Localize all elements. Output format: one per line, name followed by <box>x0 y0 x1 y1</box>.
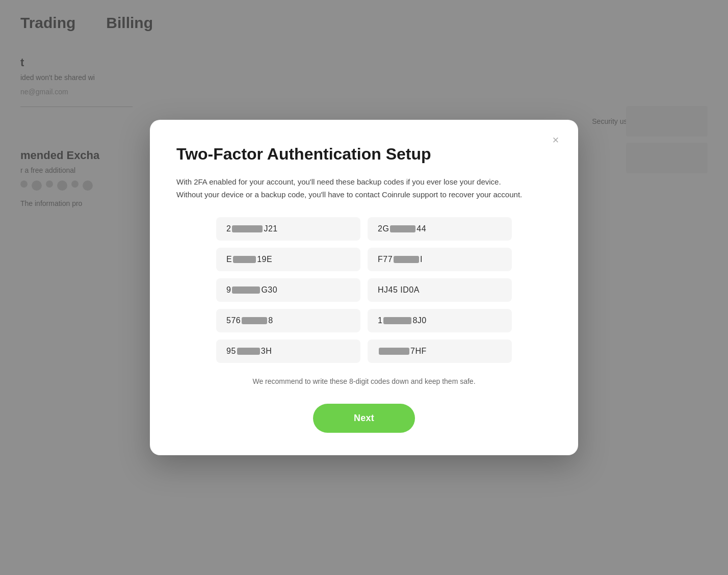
code-suffix: 8J0 <box>412 316 426 325</box>
code-redacted <box>383 317 411 324</box>
code-suffix: 3H <box>261 347 272 356</box>
backup-codes-grid: 2 J21 2G 44 E 19E F77 I 9 <box>216 217 512 363</box>
code-redacted <box>233 256 256 263</box>
backup-code-5: 9 G30 <box>216 278 360 302</box>
backup-code-1: 2 J21 <box>216 217 360 241</box>
code-suffix: J21 <box>264 224 277 233</box>
code-suffix: 8 <box>268 316 273 325</box>
code-prefix: E <box>226 255 232 264</box>
backup-code-2: 2G 44 <box>368 217 512 241</box>
close-button[interactable]: × <box>548 132 564 148</box>
code-suffix: 44 <box>417 224 426 233</box>
code-prefix: 95 <box>226 347 236 356</box>
code-prefix: 9 <box>226 285 231 295</box>
backup-code-6: HJ45 ID0A <box>368 278 512 302</box>
2fa-setup-modal: × Two-Factor Authentication Setup With 2… <box>150 120 578 456</box>
code-prefix: F77 <box>378 255 393 264</box>
code-redacted <box>237 348 260 355</box>
code-redacted <box>394 256 419 263</box>
code-text: HJ45 ID0A <box>378 285 420 295</box>
modal-note: We recommend to write these 8-digit code… <box>176 377 552 385</box>
code-redacted <box>242 317 267 324</box>
modal-description: With 2FA enabled for your account, you'l… <box>176 176 523 201</box>
code-suffix: 19E <box>257 255 272 264</box>
backup-code-10: 7HF <box>368 339 512 363</box>
code-redacted <box>232 225 263 232</box>
code-prefix: 576 <box>226 316 241 325</box>
backup-code-9: 95 3H <box>216 339 360 363</box>
backup-code-3: E 19E <box>216 248 360 271</box>
modal-overlay: × Two-Factor Authentication Setup With 2… <box>0 0 728 575</box>
modal-title: Two-Factor Authentication Setup <box>176 144 552 164</box>
next-button[interactable]: Next <box>313 404 415 433</box>
code-prefix: 2G <box>378 224 389 233</box>
backup-code-7: 576 8 <box>216 309 360 332</box>
code-prefix: 2 <box>226 224 231 233</box>
backup-code-4: F77 I <box>368 248 512 271</box>
backup-code-8: 1 8J0 <box>368 309 512 332</box>
code-redacted <box>379 348 409 355</box>
code-redacted <box>232 286 260 294</box>
code-prefix: 1 <box>378 316 382 325</box>
code-suffix: 7HF <box>410 347 427 356</box>
code-suffix: G30 <box>261 285 277 295</box>
code-redacted <box>390 225 415 232</box>
code-suffix: I <box>420 255 423 264</box>
